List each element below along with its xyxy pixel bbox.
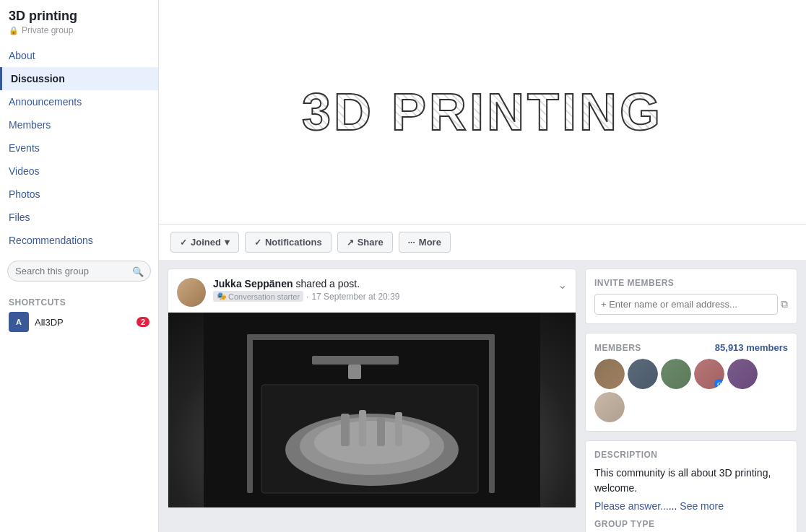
right-sidebar: INVITE MEMBERS ⧉ MEMBERS 85,913 members [585, 269, 797, 532]
members-avatars: C [594, 359, 788, 422]
sidebar-item-announcements[interactable]: Announcements [0, 90, 158, 113]
cover-image: 3D PRINTING [159, 0, 806, 224]
post-subtitle: 🎭 Conversation starter · 17 September at… [213, 291, 558, 302]
members-count[interactable]: 85,913 members [715, 342, 788, 353]
checkmark-icon: ✓ [180, 237, 187, 248]
svg-rect-8 [395, 412, 402, 446]
copy-icon[interactable]: ⧉ [781, 298, 788, 310]
bell-icon: ✓ [254, 237, 261, 248]
invite-widget: INVITE MEMBERS ⧉ [585, 269, 797, 324]
shortcut-badge: 2 [136, 317, 150, 327]
invite-input[interactable] [594, 294, 778, 315]
post-author[interactable]: Jukka Seppänen shared a post. [213, 278, 558, 289]
members-title: MEMBERS [594, 343, 641, 353]
svg-rect-12 [312, 356, 399, 365]
members-widget: MEMBERS 85,913 members [585, 333, 797, 432]
cover-title-text: 3D PRINTING [302, 82, 663, 141]
description-widget: DESCRIPTION This community is all about … [585, 440, 797, 532]
share-button[interactable]: ↗ Share [337, 232, 393, 253]
content-area: Jukka Seppänen shared a post. 🎭 Conversa… [159, 260, 806, 532]
invite-title: INVITE MEMBERS [594, 278, 788, 288]
post-menu-chevron[interactable]: ⌄ [558, 278, 567, 292]
description-text: This community is all about 3D printing,… [594, 466, 788, 496]
svg-point-4 [314, 421, 430, 464]
ellipsis-icon: ··· [408, 237, 415, 248]
shortcuts-section: Shortcuts A All3DP 2 [0, 290, 158, 339]
svg-rect-10 [489, 334, 495, 493]
see-more-link[interactable]: See more [680, 500, 724, 512]
sidebar-item-files[interactable]: Files [0, 206, 158, 229]
shortcuts-label: Shortcuts [9, 297, 150, 308]
printer-image [168, 313, 576, 507]
ellipsis: ... [669, 500, 680, 512]
conversation-badge: 🎭 Conversation starter [213, 291, 303, 302]
svg-rect-7 [377, 417, 385, 446]
shortcut-name: All3DP [35, 317, 131, 328]
group-type-label: GROUP TYPE [594, 519, 788, 529]
sidebar-item-about[interactable]: About [0, 44, 158, 67]
notifications-button[interactable]: ✓ Notifications [245, 232, 332, 253]
post-card: Jukka Seppänen shared a post. 🎭 Conversa… [168, 269, 576, 508]
search-icon: 🔍 [132, 266, 144, 276]
badge-icon: 🎭 [217, 292, 227, 301]
svg-rect-9 [247, 334, 253, 493]
svg-rect-11 [247, 334, 495, 340]
sidebar-item-discussion[interactable]: Discussion [0, 67, 158, 90]
search-group-container: 🔍 [7, 261, 151, 282]
group-title: 3D printing [9, 9, 150, 24]
svg-rect-5 [341, 414, 350, 446]
joined-button[interactable]: ✓ Joined ▾ [170, 232, 239, 253]
member-avatar[interactable] [594, 392, 625, 422]
member-avatar[interactable]: C [694, 359, 724, 389]
printer-svg [168, 313, 576, 507]
dot-separator: · [306, 292, 308, 302]
member-avatar[interactable] [594, 359, 625, 389]
sidebar-item-videos[interactable]: Videos [0, 160, 158, 183]
post-meta: Jukka Seppänen shared a post. 🎭 Conversa… [213, 278, 558, 302]
shortcut-icon: A [9, 312, 29, 332]
sidebar-item-members[interactable]: Members [0, 113, 158, 136]
avatar [177, 278, 206, 307]
description-title: DESCRIPTION [594, 450, 788, 460]
feed: Jukka Seppänen shared a post. 🎭 Conversa… [168, 269, 576, 532]
invite-input-row: ⧉ [594, 294, 788, 315]
please-answer-link[interactable]: Please answer... [594, 500, 669, 512]
svg-rect-6 [359, 410, 366, 446]
group-header: 3D printing 🔒 Private group [0, 0, 158, 38]
share-icon: ↗ [347, 237, 354, 248]
member-avatar[interactable] [628, 359, 658, 389]
more-button[interactable]: ··· More [399, 232, 451, 253]
action-bar: ✓ Joined ▾ ✓ Notifications ↗ Share ··· M… [159, 224, 806, 260]
sidebar-item-recommendations[interactable]: Recommendations [0, 229, 158, 252]
post-header: Jukka Seppänen shared a post. 🎭 Conversa… [168, 269, 576, 313]
sidebar-item-events[interactable]: Events [0, 136, 158, 160]
member-avatar[interactable] [727, 359, 758, 389]
member-avatar[interactable] [661, 359, 691, 389]
left-sidebar: 3D printing 🔒 Private group AboutDiscuss… [0, 0, 159, 532]
svg-rect-13 [348, 365, 361, 379]
lock-icon: 🔒 [9, 26, 19, 35]
group-subtitle: 🔒 Private group [9, 25, 150, 35]
main-content: 3D PRINTING ✓ Joined ▾ ✓ Notifications ↗… [159, 0, 806, 532]
sidebar-item-photos[interactable]: Photos [0, 183, 158, 206]
chevron-down-icon: ▾ [225, 237, 230, 248]
post-image[interactable] [168, 313, 576, 507]
description-readmore: Please answer...... See more [594, 500, 788, 512]
sidebar-nav: AboutDiscussionAnnouncementsMembersEvent… [0, 44, 158, 252]
cover-area: 3D PRINTING ✓ Joined ▾ ✓ Notifications ↗… [159, 0, 806, 260]
members-header: MEMBERS 85,913 members [594, 342, 788, 353]
search-input[interactable] [7, 261, 151, 282]
shortcut-all3dp[interactable]: A All3DP 2 [9, 308, 150, 336]
